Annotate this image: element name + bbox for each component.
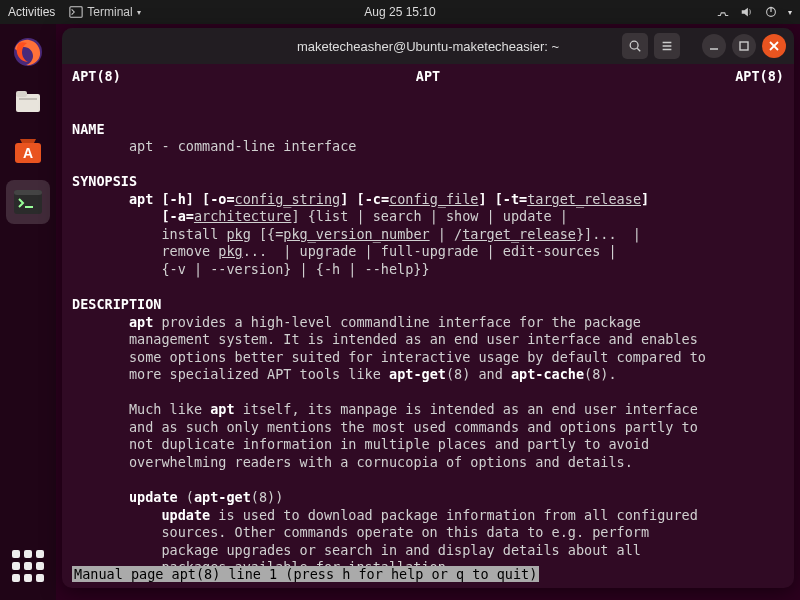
section-name: NAME	[72, 121, 105, 137]
maximize-icon	[732, 34, 756, 58]
svg-line-13	[637, 48, 640, 51]
terminal-titlebar[interactable]: maketecheasher@Ubuntu-maketecheasier: ~	[62, 28, 794, 64]
app-indicator[interactable]: Terminal ▾	[69, 5, 140, 19]
maximize-button[interactable]	[732, 34, 756, 58]
software-icon: A	[11, 135, 45, 169]
close-button[interactable]	[762, 34, 786, 58]
minimize-button[interactable]	[702, 34, 726, 58]
menu-button[interactable]	[654, 33, 680, 59]
dock-terminal[interactable]	[6, 180, 50, 224]
svg-rect-0	[70, 7, 82, 18]
terminal-app-icon	[11, 185, 45, 219]
files-icon	[11, 85, 45, 119]
man-header-center: APT	[416, 68, 440, 86]
svg-point-12	[630, 41, 638, 49]
app-indicator-label: Terminal	[87, 5, 132, 19]
terminal-content[interactable]: APT(8)APTAPT(8) NAME apt - command-line …	[62, 64, 794, 588]
man-header-right: APT(8)	[735, 68, 784, 86]
dock-firefox[interactable]	[6, 30, 50, 74]
name-line: apt - command-line interface	[129, 138, 357, 154]
dock-software[interactable]: A	[6, 130, 50, 174]
dock-files[interactable]	[6, 80, 50, 124]
chevron-down-icon: ▾	[137, 8, 141, 17]
chevron-down-icon: ▾	[788, 8, 792, 17]
section-synopsis: SYNOPSIS	[72, 173, 137, 189]
terminal-icon	[69, 5, 83, 19]
svg-rect-5	[16, 91, 27, 97]
volume-icon[interactable]	[740, 5, 754, 19]
show-applications-button[interactable]	[6, 544, 50, 588]
gnome-topbar: Activities Terminal ▾ Aug 25 15:10 ▾	[0, 0, 800, 24]
power-icon[interactable]	[764, 5, 778, 19]
svg-rect-10	[14, 190, 42, 195]
terminal-title: maketecheasher@Ubuntu-maketecheasier: ~	[297, 39, 559, 54]
svg-rect-18	[740, 42, 748, 50]
close-icon	[762, 34, 786, 58]
pager-status-line: Manual page apt(8) line 1 (press h for h…	[72, 566, 539, 582]
man-header-left: APT(8)	[72, 68, 121, 86]
activities-button[interactable]: Activities	[8, 5, 55, 19]
svg-text:A: A	[23, 145, 33, 161]
hamburger-icon	[660, 39, 674, 53]
minimize-icon	[702, 34, 726, 58]
network-icon[interactable]	[716, 5, 730, 19]
section-description: DESCRIPTION	[72, 296, 161, 312]
search-button[interactable]	[622, 33, 648, 59]
search-icon	[628, 39, 642, 53]
terminal-window: maketecheasher@Ubuntu-maketecheasier: ~ …	[62, 28, 794, 588]
dock: A	[0, 24, 56, 600]
clock[interactable]: Aug 25 15:10	[364, 5, 435, 19]
svg-rect-6	[19, 98, 37, 100]
firefox-icon	[11, 35, 45, 69]
